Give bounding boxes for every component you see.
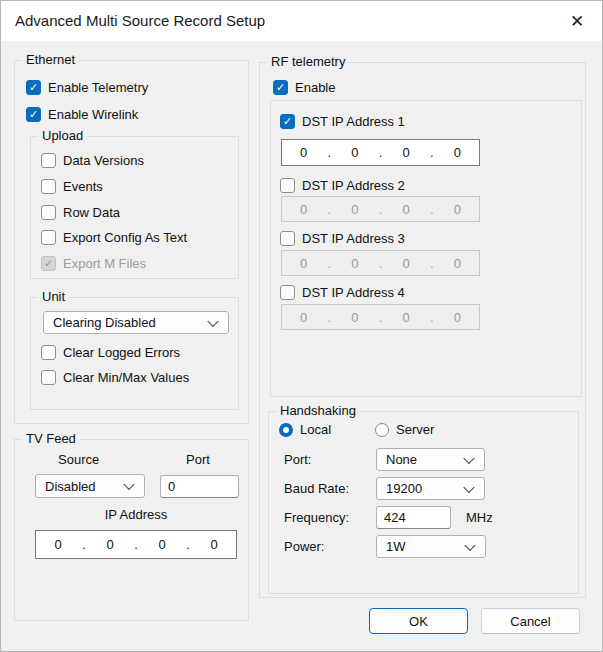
source-select[interactable]: Disabled	[35, 474, 145, 498]
ip-octet[interactable]: 0	[282, 145, 325, 160]
checkbox-icon	[280, 178, 295, 193]
ip-octet: 0	[282, 310, 325, 325]
ip-octet[interactable]: 0	[192, 537, 236, 552]
checkbox-export-m-files: ✓ Export M Files	[41, 256, 146, 271]
ip-separator: .	[377, 310, 385, 325]
ip-separator: .	[325, 202, 333, 217]
radio-icon	[279, 423, 293, 437]
checkbox-label: DST IP Address 4	[302, 285, 405, 300]
dst-ip-field-1[interactable]: 0 . 0 . 0 . 0	[281, 139, 480, 166]
clearing-select[interactable]: Clearing Disabled	[43, 311, 229, 334]
ip-separator: .	[132, 537, 140, 552]
radio-local[interactable]: Local	[279, 422, 331, 437]
checkbox-dst-ip-1[interactable]: ✓ DST IP Address 1	[280, 114, 405, 129]
checkbox-label: DST IP Address 3	[302, 231, 405, 246]
checkbox-icon: ✓	[41, 256, 56, 271]
checkbox-icon	[41, 179, 56, 194]
checkbox-icon: ✓	[26, 80, 41, 95]
group-unit-title: Unit	[38, 289, 69, 304]
group-upload: Upload Data Versions Events Row Data Exp…	[30, 136, 239, 279]
checkbox-label: Clear Logged Errors	[63, 345, 180, 360]
ip-separator: .	[428, 145, 436, 160]
checkbox-rf-enable[interactable]: ✓ Enable	[273, 80, 335, 95]
ip-separator: .	[377, 256, 385, 271]
group-handshaking-title: Handshaking	[276, 403, 360, 418]
source-select-value: Disabled	[45, 479, 96, 494]
radio-label: Server	[396, 422, 434, 437]
dst-ip-field-2: 0 . 0 . 0 . 0	[281, 196, 480, 222]
checkbox-icon	[280, 231, 295, 246]
group-dst-addresses: ✓ DST IP Address 1 0 . 0 . 0 . 0 DST IP …	[270, 100, 582, 397]
ip-separator: .	[428, 310, 436, 325]
cancel-button[interactable]: Cancel	[481, 608, 580, 634]
ip-octet: 0	[385, 202, 428, 217]
checkbox-clear-logged-errors[interactable]: Clear Logged Errors	[41, 345, 180, 360]
hs-port-select[interactable]: None	[376, 448, 485, 471]
ip-octet: 0	[333, 256, 376, 271]
baud-rate-label: Baud Rate:	[284, 481, 349, 496]
cancel-button-label: Cancel	[510, 614, 550, 629]
checkbox-label: Events	[63, 179, 103, 194]
radio-server[interactable]: Server	[375, 422, 434, 437]
checkbox-dst-ip-3[interactable]: DST IP Address 3	[280, 231, 405, 246]
ip-octet[interactable]: 0	[88, 537, 132, 552]
group-tv-feed: TV Feed Source Port Disabled IP Address …	[14, 439, 249, 621]
ok-button[interactable]: OK	[369, 608, 468, 634]
checkbox-icon: ✓	[280, 114, 295, 129]
ip-octet: 0	[333, 202, 376, 217]
tv-port-input[interactable]	[160, 475, 239, 498]
ip-octet[interactable]: 0	[36, 537, 80, 552]
ip-octet[interactable]: 0	[436, 145, 479, 160]
power-select[interactable]: 1W	[376, 535, 486, 558]
group-tv-feed-title: TV Feed	[22, 431, 80, 446]
checkbox-label: Clear Min/Max Values	[63, 370, 189, 385]
checkbox-data-versions[interactable]: Data Versions	[41, 153, 144, 168]
frequency-unit-label: MHz	[466, 510, 493, 525]
checkbox-label: Enable Wirelink	[48, 107, 138, 122]
close-icon[interactable]: ✕	[558, 1, 596, 41]
ip-octet[interactable]: 0	[333, 145, 376, 160]
checkbox-label: Row Data	[63, 205, 120, 220]
checkbox-dst-ip-2[interactable]: DST IP Address 2	[280, 178, 405, 193]
checkbox-icon	[41, 370, 56, 385]
ip-octet[interactable]: 0	[140, 537, 184, 552]
checkbox-dst-ip-4[interactable]: DST IP Address 4	[280, 285, 405, 300]
ip-separator: .	[325, 310, 333, 325]
checkbox-enable-wirelink[interactable]: ✓ Enable Wirelink	[26, 107, 138, 122]
checkbox-export-config-as-text[interactable]: Export Config As Text	[41, 230, 187, 245]
chevron-down-icon	[464, 539, 475, 550]
group-rf-telemetry: RF telemetry ✓ Enable ✓ DST IP Address 1…	[259, 62, 586, 598]
group-rf-telemetry-title: RF telemetry	[267, 54, 349, 69]
checkbox-label: Enable Telemetry	[48, 80, 148, 95]
checkbox-label: DST IP Address 1	[302, 114, 405, 129]
checkbox-events[interactable]: Events	[41, 179, 103, 194]
checkbox-enable-telemetry[interactable]: ✓ Enable Telemetry	[26, 80, 148, 95]
checkbox-label: Data Versions	[63, 153, 144, 168]
ip-separator: .	[428, 202, 436, 217]
checkbox-label: Export M Files	[63, 256, 146, 271]
checkbox-icon	[41, 205, 56, 220]
ip-octet: 0	[282, 202, 325, 217]
ok-button-label: OK	[409, 614, 428, 629]
checkbox-icon	[41, 345, 56, 360]
frequency-input[interactable]	[376, 506, 451, 529]
ip-octet: 0	[282, 256, 325, 271]
radio-label: Local	[300, 422, 331, 437]
checkbox-icon: ✓	[26, 107, 41, 122]
checkbox-clear-minmax-values[interactable]: Clear Min/Max Values	[41, 370, 189, 385]
checkbox-row-data[interactable]: Row Data	[41, 205, 120, 220]
baud-rate-select[interactable]: 19200	[376, 477, 485, 500]
group-ethernet: Ethernet ✓ Enable Telemetry ✓ Enable Wir…	[14, 60, 249, 424]
group-handshaking: Handshaking Local Server Port: None Baud…	[268, 411, 579, 594]
ip-octet[interactable]: 0	[385, 145, 428, 160]
ip-separator: .	[325, 256, 333, 271]
power-select-value: 1W	[386, 539, 406, 554]
ip-separator: .	[377, 145, 385, 160]
ip-octet: 0	[436, 310, 479, 325]
baud-rate-select-value: 19200	[386, 481, 422, 496]
tv-ip-address-field[interactable]: 0 . 0 . 0 . 0	[35, 530, 237, 559]
titlebar: Advanced Multi Source Record Setup ✕	[1, 1, 602, 41]
ip-octet: 0	[333, 310, 376, 325]
power-label: Power:	[284, 539, 324, 554]
window-title: Advanced Multi Source Record Setup	[15, 1, 265, 41]
